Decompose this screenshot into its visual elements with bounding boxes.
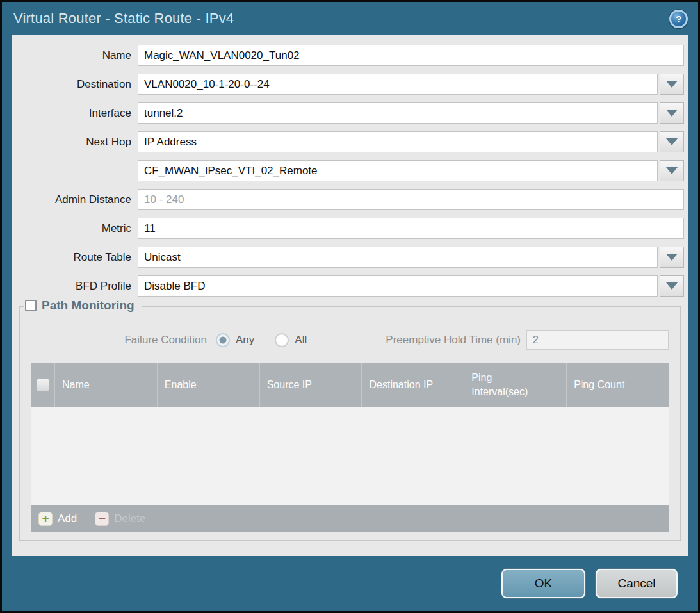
metric-input[interactable]	[138, 218, 684, 239]
path-monitoring-table: Name Enable Source IP Destination IP Pin…	[31, 363, 669, 532]
add-plus-icon: +	[38, 512, 53, 526]
bfd-profile-row: BFD Profile	[12, 275, 688, 297]
bfd-profile-label: BFD Profile	[12, 280, 138, 293]
help-icon[interactable]: ?	[669, 10, 688, 28]
failure-condition-label: Failure Condition	[26, 334, 207, 347]
delete-button[interactable]: − Delete	[95, 512, 145, 526]
next-hop-address-dropdown-button[interactable]	[660, 160, 684, 181]
metric-label: Metric	[12, 222, 138, 235]
failure-condition-option-all[interactable]: All	[275, 333, 307, 347]
interface-row: Interface	[12, 102, 688, 124]
select-all-cell	[31, 363, 55, 407]
chevron-down-icon	[666, 282, 678, 290]
admin-distance-label: Admin Distance	[12, 193, 138, 206]
destination-input[interactable]	[138, 74, 658, 95]
next-hop-address-row	[12, 160, 688, 181]
path-monitoring-checkbox[interactable]	[25, 300, 37, 311]
add-button-label: Add	[58, 512, 77, 525]
bfd-profile-input[interactable]	[138, 275, 658, 297]
name-row: Name	[12, 45, 688, 66]
col-header-destination-ip: Destination IP	[362, 363, 464, 407]
admin-distance-row: Admin Distance	[12, 189, 688, 210]
next-hop-row: Next Hop	[12, 131, 688, 152]
cancel-button[interactable]: Cancel	[596, 569, 678, 598]
name-input[interactable]	[138, 45, 684, 66]
col-header-enable: Enable	[158, 363, 260, 407]
interface-dropdown-button[interactable]	[660, 102, 684, 124]
next-hop-label: Next Hop	[12, 136, 138, 149]
radio-all[interactable]	[275, 333, 289, 347]
route-table-input[interactable]	[138, 247, 658, 268]
delete-minus-icon: −	[95, 512, 109, 526]
dialog-footer: OK Cancel	[2, 556, 698, 611]
route-table-dropdown-button[interactable]	[660, 247, 684, 268]
destination-dropdown-button[interactable]	[660, 74, 684, 95]
route-table-label: Route Table	[12, 251, 138, 264]
preemptive-hold-time-input[interactable]	[526, 330, 669, 350]
delete-button-label: Delete	[114, 512, 145, 525]
path-monitoring-title: Path Monitoring	[42, 298, 134, 313]
col-header-name: Name	[55, 363, 158, 407]
next-hop-dropdown-button[interactable]	[660, 131, 684, 152]
col-header-ping-count: Ping Count	[567, 363, 669, 407]
destination-label: Destination	[12, 78, 138, 91]
radio-any-label: Any	[236, 334, 254, 347]
next-hop-type-input[interactable]	[138, 131, 658, 152]
interface-input[interactable]	[138, 102, 658, 124]
col-header-ping-interval: Ping Interval(sec)	[464, 363, 567, 407]
dialog-content: Name Destination Interface Next Hop	[12, 35, 688, 556]
ok-button[interactable]: OK	[501, 569, 585, 598]
failure-condition-option-any[interactable]: Any	[216, 333, 254, 347]
bfd-profile-dropdown-button[interactable]	[660, 275, 684, 297]
select-all-checkbox[interactable]	[37, 379, 49, 391]
interface-label: Interface	[12, 107, 138, 120]
static-route-dialog: Virtual Router - Static Route - IPv4 ? N…	[0, 0, 700, 613]
metric-row: Metric	[12, 218, 688, 239]
path-monitoring-legend: Path Monitoring	[24, 298, 142, 313]
route-table-row: Route Table	[12, 247, 688, 268]
dialog-title: Virtual Router - Static Route - IPv4	[13, 10, 234, 27]
col-header-ping-interval-text: Ping Interval(sec)	[471, 371, 541, 398]
radio-any[interactable]	[216, 333, 230, 347]
table-header: Name Enable Source IP Destination IP Pin…	[31, 363, 669, 407]
chevron-down-icon	[666, 81, 678, 88]
preemptive-hold-time-group: Preemptive Hold Time (min)	[386, 330, 669, 350]
table-body-empty[interactable]	[31, 407, 669, 505]
table-actions-bar: + Add − Delete	[31, 505, 669, 532]
preemptive-hold-time-label: Preemptive Hold Time (min)	[386, 334, 521, 347]
next-hop-address-input[interactable]	[138, 160, 658, 181]
chevron-down-icon	[666, 167, 678, 174]
failure-condition-row: Failure Condition Any All Preemptive Hol…	[26, 330, 674, 350]
add-button[interactable]: + Add	[38, 512, 77, 526]
radio-all-label: All	[295, 334, 307, 347]
dialog-titlebar: Virtual Router - Static Route - IPv4 ?	[2, 2, 698, 35]
path-monitoring-section: Path Monitoring Failure Condition Any Al…	[19, 306, 681, 541]
admin-distance-input[interactable]	[138, 189, 684, 210]
name-label: Name	[12, 49, 138, 62]
chevron-down-icon	[666, 110, 678, 117]
chevron-down-icon	[666, 254, 678, 261]
col-header-source-ip: Source IP	[260, 363, 362, 407]
destination-row: Destination	[12, 74, 688, 95]
chevron-down-icon	[666, 138, 678, 145]
